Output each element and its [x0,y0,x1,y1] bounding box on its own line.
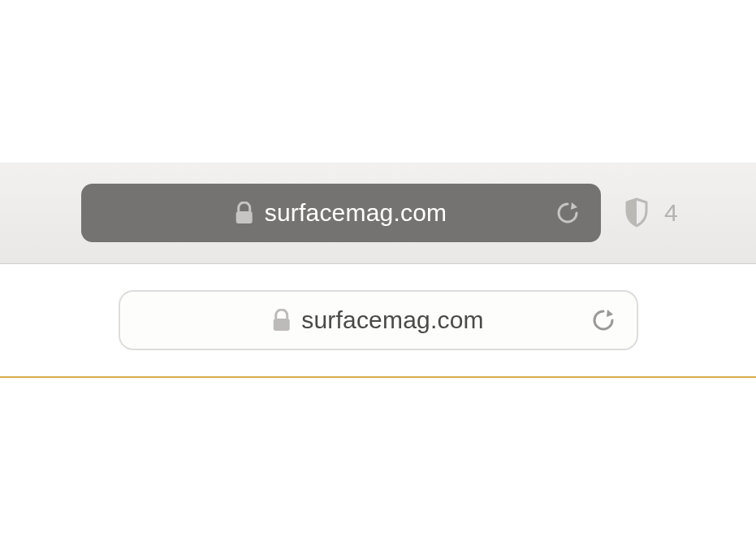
address-bar-secondary[interactable]: surfacemag.com [119,290,638,350]
address-bar-active[interactable]: surfacemag.com [81,184,601,242]
svg-rect-0 [236,211,253,223]
blank-top-region [0,0,756,163]
page-header-region: surfacemag.com [0,264,756,378]
lock-icon [272,309,290,332]
reload-button[interactable] [591,307,616,333]
svg-rect-1 [273,319,289,331]
address-bar-center: surfacemag.com [235,199,447,227]
lock-icon [235,202,253,224]
url-text: surfacemag.com [265,199,447,227]
browser-toolbar: surfacemag.com 4 [0,163,756,264]
reload-icon [555,200,580,226]
tracker-count: 4 [664,199,678,227]
shield-icon [624,197,650,228]
address-bar-center: surfacemag.com [272,306,484,334]
reload-icon [591,307,616,333]
reload-button[interactable] [555,200,580,226]
url-text: surfacemag.com [301,306,484,334]
privacy-report[interactable]: 4 [624,197,678,228]
